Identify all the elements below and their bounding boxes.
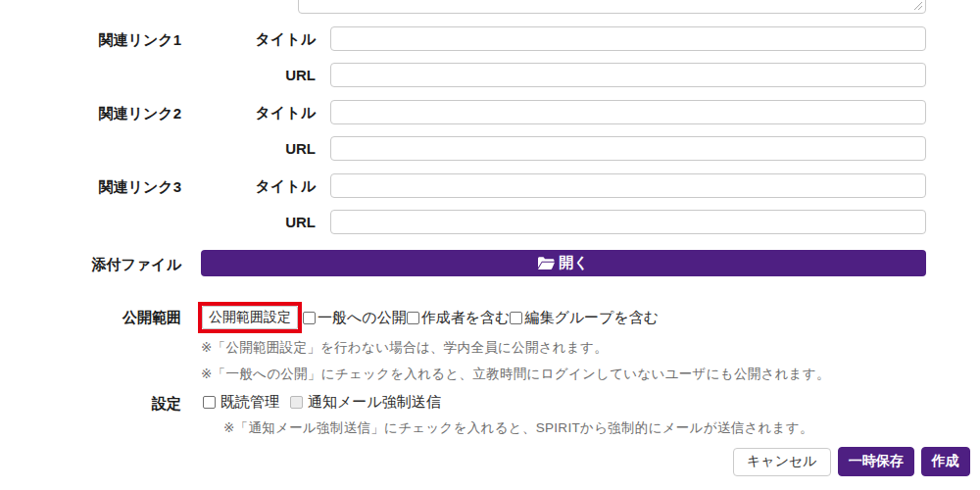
checkbox-icon[interactable]: [203, 396, 216, 409]
checkbox-icon[interactable]: [407, 312, 419, 324]
attachment-label: 添付ファイル: [54, 256, 181, 274]
visibility-note-1: ※「公開範囲設定」を行わない場合は、学内全員に公開されます。: [201, 339, 608, 357]
checkbox-icon[interactable]: [303, 312, 316, 324]
announcement-edit-form: 関連リンク1 タイトル URL 関連リンク2 タイトル URL 関連リンク3 タ…: [0, 0, 980, 490]
checkbox-label: 作成者を含む: [421, 309, 511, 327]
annotation-highlight-box: 公開範囲設定: [198, 302, 302, 333]
related-link3-title-label: タイトル: [186, 173, 316, 198]
related-link1-url-input[interactable]: [330, 63, 926, 87]
visibility-setting-button[interactable]: 公開範囲設定: [202, 306, 298, 329]
content-textarea[interactable]: [298, 0, 926, 14]
related-link1-url-label: URL: [186, 63, 316, 87]
related-link3-url-label: URL: [186, 210, 316, 234]
checkbox-public-general[interactable]: 一般への公開: [303, 309, 407, 327]
checkbox-icon[interactable]: [510, 312, 522, 324]
related-link1-title-label: タイトル: [186, 26, 316, 51]
related-link1-label: 関連リンク1: [54, 31, 181, 50]
folder-open-icon: [538, 257, 555, 270]
related-link1-title-input[interactable]: [330, 26, 926, 51]
attachment-open-label: 開く: [559, 254, 588, 272]
related-link2-title-label: タイトル: [186, 100, 316, 124]
related-link3-url-input[interactable]: [330, 210, 926, 234]
visibility-label: 公開範囲: [54, 309, 181, 327]
related-link3-title-input[interactable]: [330, 173, 926, 198]
related-link3-label: 関連リンク3: [54, 178, 181, 197]
checkbox-label: 編集グループを含む: [524, 309, 659, 327]
checkbox-label: 通知メール強制送信: [308, 393, 441, 412]
footer-actions: キャンセル 一時保存 作成: [733, 447, 970, 476]
settings-label: 設定: [54, 395, 181, 414]
visibility-checkbox-group: 一般への公開 作成者を含む 編集グループを含む: [303, 302, 659, 333]
attachment-open-button[interactable]: 開く: [201, 250, 926, 276]
settings-note: ※「通知メール強制送信」にチェックを入れると、SPIRITから強制的にメールが送…: [223, 419, 813, 437]
checkbox-read-management[interactable]: 既読管理: [203, 393, 279, 412]
checkbox-label: 既読管理: [220, 393, 279, 412]
related-link2-label: 関連リンク2: [54, 105, 181, 123]
checkbox-icon-disabled[interactable]: [290, 396, 303, 409]
checkbox-force-mail[interactable]: 通知メール強制送信: [290, 393, 441, 412]
cancel-button[interactable]: キャンセル: [733, 448, 831, 476]
create-button[interactable]: 作成: [921, 447, 970, 476]
checkbox-label: 一般への公開: [318, 309, 407, 327]
related-link2-url-input[interactable]: [330, 136, 926, 161]
resize-grip-icon[interactable]: [913, 1, 923, 11]
settings-checkbox-group: 既読管理 通知メール強制送信: [203, 393, 441, 411]
related-link2-title-input[interactable]: [330, 100, 926, 124]
visibility-note-2: ※「一般への公開」にチェックを入れると、立教時間にログインしていないユーザにも公…: [201, 366, 830, 383]
save-draft-button[interactable]: 一時保存: [838, 447, 914, 476]
checkbox-include-edit-group[interactable]: 編集グループを含む: [510, 309, 659, 327]
checkbox-include-author[interactable]: 作成者を含む: [407, 309, 511, 327]
related-link2-url-label: URL: [186, 136, 316, 161]
